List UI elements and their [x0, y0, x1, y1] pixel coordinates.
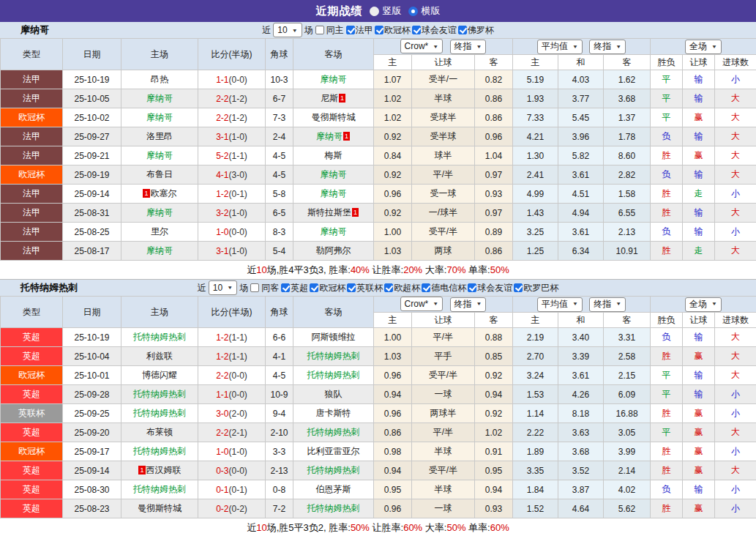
radio-unchecked-icon[interactable]: [370, 7, 379, 16]
layout-radio-horizontal[interactable]: 横版: [408, 4, 441, 18]
checkbox-checked-icon[interactable]: [422, 283, 430, 292]
odds-away: 0.91: [475, 442, 513, 461]
league-filter-欧冠杯[interactable]: 欧冠杯: [375, 24, 411, 37]
corner-cell: 6-5: [266, 204, 293, 223]
bookmaker-select[interactable]: Crow*▼: [400, 39, 444, 53]
result-goals: 大: [715, 366, 756, 385]
checkbox-checked-icon[interactable]: [458, 26, 467, 34]
odds-away: 0.94: [475, 480, 513, 499]
full-match-select[interactable]: 全场▼: [685, 40, 722, 54]
avg-home: 1.14: [513, 404, 558, 423]
league-filter-佛罗杯[interactable]: 佛罗杯: [458, 24, 494, 37]
odds-away: 0.94: [475, 385, 513, 404]
checkbox-checked-icon[interactable]: [346, 26, 355, 34]
avg-time-select[interactable]: 终指▼: [589, 40, 626, 54]
avg-home: 7.33: [513, 108, 558, 127]
halftime-score: (1-1): [229, 332, 247, 343]
date-cell: 25-09-20: [63, 423, 121, 442]
score-cell: 1-2(0-1): [198, 185, 266, 204]
avg-draw: 3.61: [558, 366, 604, 385]
odds-home: 0.94: [374, 461, 412, 480]
avg-draw: 3.96: [558, 127, 604, 146]
league-filter-欧罗巴杯[interactable]: 欧罗巴杯: [514, 282, 558, 294]
away-team-cell: 比利亚雷亚尔: [293, 442, 374, 461]
odds-home: 1.00: [374, 328, 412, 347]
odds-away: 1.04: [475, 146, 513, 165]
odds-home: 0.92: [374, 127, 412, 146]
odds-home: 0.96: [374, 499, 412, 518]
summary-text: 10: [256, 264, 266, 275]
avg-draw: 3.61: [558, 223, 604, 242]
checkbox-checked-icon[interactable]: [514, 283, 523, 292]
odds-home: 0.98: [374, 442, 412, 461]
league-filter-球会友谊[interactable]: 球会友谊: [412, 24, 457, 37]
fulltime-score: 2-2: [216, 113, 228, 123]
league-filter-label: 欧冠杯: [319, 282, 345, 294]
checkbox-checked-icon[interactable]: [347, 283, 356, 292]
result-handicap: 赢: [683, 461, 715, 480]
layout-radio-vertical[interactable]: 竖版: [370, 4, 402, 18]
score-cell: 3-0(2-0): [198, 404, 266, 423]
odds-away: 0.85: [475, 347, 513, 366]
team-name-text: 托特纳姆热刺: [133, 484, 186, 494]
checkbox-checked-icon[interactable]: [412, 26, 421, 34]
match-count-select[interactable]: 10▼: [209, 280, 237, 295]
result-outcome: 负: [651, 165, 683, 185]
odds-time-select[interactable]: 终指▼: [450, 40, 487, 54]
avg-draw: 4.03: [558, 70, 604, 89]
matches-label: 场: [239, 282, 248, 294]
avg-draw: 3.39: [558, 347, 604, 366]
home-team-cell: 摩纳哥: [121, 242, 198, 261]
bookmaker-select[interactable]: Crow*▼: [400, 297, 444, 311]
avg-select[interactable]: 平均值▼: [537, 40, 583, 54]
score-cell: 0-3(0-0): [198, 461, 266, 480]
league-filter-德电信杯[interactable]: 德电信杯: [422, 282, 466, 294]
league-filter-球会友谊[interactable]: 球会友谊: [468, 282, 512, 294]
date-cell: 25-09-21: [63, 146, 121, 165]
league-filter-欧超杯[interactable]: 欧超杯: [384, 282, 420, 294]
away-team-cell: 摩纳哥: [293, 165, 374, 185]
odds-time-select[interactable]: 终指▼: [450, 297, 487, 312]
recent-results-panel: 近期战绩 竖版 横版 摩纳哥 近 10▼ 场 同主 法甲欧冠杯球会友谊佛罗杯: [0, 0, 756, 536]
avg-select[interactable]: 平均值▼: [537, 297, 583, 312]
corner-cell: 2-4: [266, 127, 293, 146]
league-cell: 欧冠杯: [1, 442, 63, 461]
league-filter-英超[interactable]: 英超: [281, 282, 308, 294]
league-filter-法甲[interactable]: 法甲: [346, 24, 373, 37]
team-name-text: 曼彻斯特城: [138, 503, 181, 513]
match-row: 欧冠杯25-10-01博德闪耀2-2(0-0)4-5托特纳姆热刺0.96受平/半…: [1, 366, 756, 385]
checkbox-checked-icon[interactable]: [375, 26, 383, 34]
same-venue-checkbox[interactable]: [250, 283, 259, 292]
home-team-cell: 托特纳姆热刺: [121, 328, 198, 347]
result-handicap: 走: [683, 242, 715, 261]
match-count-select[interactable]: 10▼: [273, 23, 302, 37]
home-team-cell: 摩纳哥: [121, 204, 198, 223]
filter-bar: 近 10▼ 场 同主 法甲欧冠杯球会友谊佛罗杯: [262, 23, 493, 37]
league-filter-label: 英联杯: [356, 282, 383, 294]
home-team-cell: 里尔: [121, 223, 198, 242]
sub-col-home-odds: 主: [374, 313, 412, 328]
checkbox-checked-icon[interactable]: [281, 283, 290, 292]
checkbox-checked-icon[interactable]: [468, 283, 476, 292]
odds-home: 1.00: [374, 223, 412, 242]
home-team-cell: 托特纳姆热刺: [121, 385, 198, 404]
away-team-cell: 托特纳姆热刺: [293, 461, 374, 480]
avg-time-select[interactable]: 终指▼: [589, 297, 626, 312]
team-name-text: 摩纳哥: [321, 188, 347, 198]
checkbox-checked-icon[interactable]: [384, 283, 393, 292]
odds-line: 一/球半: [412, 204, 475, 223]
radio-checked-icon[interactable]: [408, 7, 418, 16]
halftime-score: (0-2): [229, 504, 247, 514]
league-filter-欧冠杯[interactable]: 欧冠杯: [310, 282, 345, 294]
team-name-text: 伯恩茅斯: [316, 484, 351, 494]
checkbox-checked-icon[interactable]: [310, 283, 318, 292]
result-handicap: 赢: [683, 146, 715, 165]
league-filter-英联杯[interactable]: 英联杯: [347, 282, 383, 294]
fulltime-score: 1-0: [216, 447, 228, 457]
chevron-down-icon: ▼: [476, 302, 482, 307]
league-cell: 法甲: [1, 204, 63, 223]
odds-line: 受平/半: [412, 461, 475, 480]
score-cell: 2-2(1-2): [198, 89, 266, 108]
same-venue-checkbox[interactable]: [315, 26, 324, 34]
full-match-select[interactable]: 全场▼: [685, 297, 722, 312]
